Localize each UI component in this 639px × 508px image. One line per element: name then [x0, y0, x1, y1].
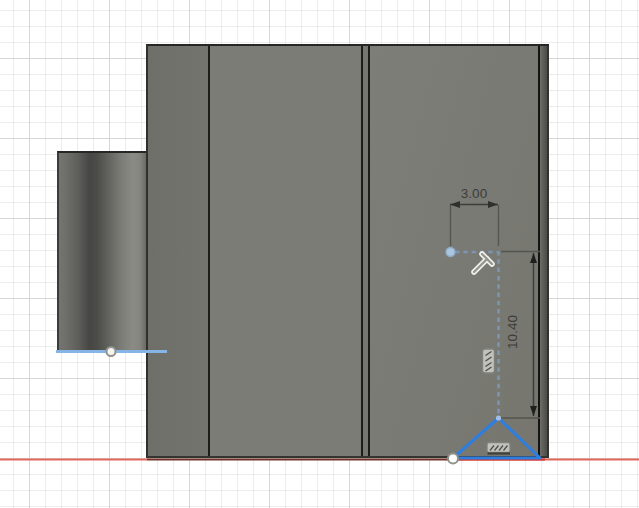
pin-constraint-icon[interactable] [474, 254, 492, 272]
sketch-point-bottom-left[interactable] [448, 454, 458, 464]
dimension-horizontal[interactable]: 3.00 [450, 186, 499, 246]
sketch-point-top[interactable] [446, 248, 455, 257]
hatch-constraint-icon[interactable] [487, 443, 510, 454]
cad-viewport: 3.00 10.40 [0, 0, 639, 508]
construction-lines[interactable] [455, 251, 499, 415]
dimension-vertical[interactable]: 10.40 [501, 252, 540, 419]
sketch-point-apex[interactable] [496, 415, 501, 420]
hatch-constraint-icon[interactable] [483, 349, 495, 373]
sketch-point[interactable] [107, 347, 116, 356]
dimension-value-3.00[interactable]: 3.00 [461, 186, 487, 201]
sketch-overlay: 3.00 10.40 [0, 0, 639, 508]
dimension-value-10.40[interactable]: 10.40 [505, 315, 520, 349]
